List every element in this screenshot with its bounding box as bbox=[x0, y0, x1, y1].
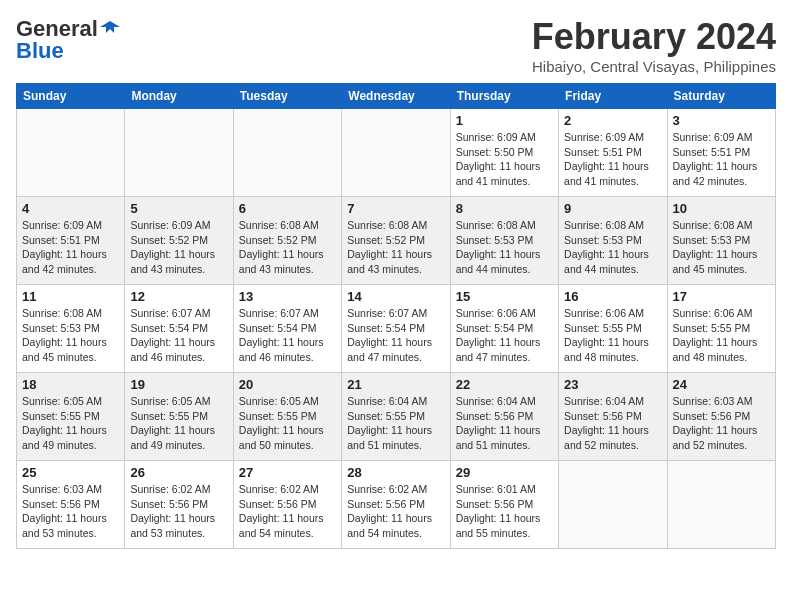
calendar-week-2: 4Sunrise: 6:09 AMSunset: 5:51 PMDaylight… bbox=[17, 197, 776, 285]
day-number: 3 bbox=[673, 113, 770, 128]
day-number: 28 bbox=[347, 465, 444, 480]
calendar-cell: 11Sunrise: 6:08 AMSunset: 5:53 PMDayligh… bbox=[17, 285, 125, 373]
day-number: 27 bbox=[239, 465, 336, 480]
day-number: 2 bbox=[564, 113, 661, 128]
day-number: 22 bbox=[456, 377, 553, 392]
day-number: 16 bbox=[564, 289, 661, 304]
calendar-cell: 13Sunrise: 6:07 AMSunset: 5:54 PMDayligh… bbox=[233, 285, 341, 373]
day-info: Sunrise: 6:09 AMSunset: 5:51 PMDaylight:… bbox=[22, 218, 119, 277]
day-info: Sunrise: 6:06 AMSunset: 5:55 PMDaylight:… bbox=[564, 306, 661, 365]
day-number: 17 bbox=[673, 289, 770, 304]
calendar-cell: 17Sunrise: 6:06 AMSunset: 5:55 PMDayligh… bbox=[667, 285, 775, 373]
calendar-cell bbox=[125, 109, 233, 197]
day-number: 14 bbox=[347, 289, 444, 304]
day-info: Sunrise: 6:02 AMSunset: 5:56 PMDaylight:… bbox=[130, 482, 227, 541]
calendar-cell: 2Sunrise: 6:09 AMSunset: 5:51 PMDaylight… bbox=[559, 109, 667, 197]
calendar-cell: 3Sunrise: 6:09 AMSunset: 5:51 PMDaylight… bbox=[667, 109, 775, 197]
calendar-cell: 24Sunrise: 6:03 AMSunset: 5:56 PMDayligh… bbox=[667, 373, 775, 461]
day-number: 1 bbox=[456, 113, 553, 128]
day-number: 8 bbox=[456, 201, 553, 216]
calendar-header-row: SundayMondayTuesdayWednesdayThursdayFrid… bbox=[17, 84, 776, 109]
day-info: Sunrise: 6:09 AMSunset: 5:51 PMDaylight:… bbox=[564, 130, 661, 189]
day-info: Sunrise: 6:04 AMSunset: 5:55 PMDaylight:… bbox=[347, 394, 444, 453]
day-info: Sunrise: 6:04 AMSunset: 5:56 PMDaylight:… bbox=[564, 394, 661, 453]
day-number: 6 bbox=[239, 201, 336, 216]
calendar-table: SundayMondayTuesdayWednesdayThursdayFrid… bbox=[16, 83, 776, 549]
calendar-cell: 26Sunrise: 6:02 AMSunset: 5:56 PMDayligh… bbox=[125, 461, 233, 549]
day-number: 13 bbox=[239, 289, 336, 304]
svg-marker-0 bbox=[100, 21, 120, 33]
day-info: Sunrise: 6:07 AMSunset: 5:54 PMDaylight:… bbox=[130, 306, 227, 365]
calendar-header-wednesday: Wednesday bbox=[342, 84, 450, 109]
day-info: Sunrise: 6:08 AMSunset: 5:52 PMDaylight:… bbox=[239, 218, 336, 277]
calendar-cell: 4Sunrise: 6:09 AMSunset: 5:51 PMDaylight… bbox=[17, 197, 125, 285]
calendar-week-5: 25Sunrise: 6:03 AMSunset: 5:56 PMDayligh… bbox=[17, 461, 776, 549]
calendar-week-4: 18Sunrise: 6:05 AMSunset: 5:55 PMDayligh… bbox=[17, 373, 776, 461]
day-number: 26 bbox=[130, 465, 227, 480]
day-info: Sunrise: 6:08 AMSunset: 5:53 PMDaylight:… bbox=[673, 218, 770, 277]
calendar-cell: 27Sunrise: 6:02 AMSunset: 5:56 PMDayligh… bbox=[233, 461, 341, 549]
calendar-cell: 14Sunrise: 6:07 AMSunset: 5:54 PMDayligh… bbox=[342, 285, 450, 373]
day-info: Sunrise: 6:07 AMSunset: 5:54 PMDaylight:… bbox=[239, 306, 336, 365]
day-info: Sunrise: 6:08 AMSunset: 5:53 PMDaylight:… bbox=[22, 306, 119, 365]
day-info: Sunrise: 6:03 AMSunset: 5:56 PMDaylight:… bbox=[22, 482, 119, 541]
calendar-week-1: 1Sunrise: 6:09 AMSunset: 5:50 PMDaylight… bbox=[17, 109, 776, 197]
day-info: Sunrise: 6:05 AMSunset: 5:55 PMDaylight:… bbox=[130, 394, 227, 453]
day-number: 11 bbox=[22, 289, 119, 304]
calendar-cell: 19Sunrise: 6:05 AMSunset: 5:55 PMDayligh… bbox=[125, 373, 233, 461]
calendar-cell: 12Sunrise: 6:07 AMSunset: 5:54 PMDayligh… bbox=[125, 285, 233, 373]
calendar-week-3: 11Sunrise: 6:08 AMSunset: 5:53 PMDayligh… bbox=[17, 285, 776, 373]
day-info: Sunrise: 6:02 AMSunset: 5:56 PMDaylight:… bbox=[239, 482, 336, 541]
calendar-body: 1Sunrise: 6:09 AMSunset: 5:50 PMDaylight… bbox=[17, 109, 776, 549]
day-number: 19 bbox=[130, 377, 227, 392]
calendar-cell: 1Sunrise: 6:09 AMSunset: 5:50 PMDaylight… bbox=[450, 109, 558, 197]
calendar-cell bbox=[667, 461, 775, 549]
day-number: 5 bbox=[130, 201, 227, 216]
calendar-cell: 16Sunrise: 6:06 AMSunset: 5:55 PMDayligh… bbox=[559, 285, 667, 373]
calendar-cell: 21Sunrise: 6:04 AMSunset: 5:55 PMDayligh… bbox=[342, 373, 450, 461]
day-number: 24 bbox=[673, 377, 770, 392]
calendar-cell bbox=[342, 109, 450, 197]
day-number: 15 bbox=[456, 289, 553, 304]
title-block: February 2024 Hibaiyo, Central Visayas, … bbox=[532, 16, 776, 75]
day-number: 4 bbox=[22, 201, 119, 216]
day-number: 10 bbox=[673, 201, 770, 216]
day-info: Sunrise: 6:06 AMSunset: 5:55 PMDaylight:… bbox=[673, 306, 770, 365]
day-info: Sunrise: 6:05 AMSunset: 5:55 PMDaylight:… bbox=[22, 394, 119, 453]
calendar-header-tuesday: Tuesday bbox=[233, 84, 341, 109]
day-info: Sunrise: 6:05 AMSunset: 5:55 PMDaylight:… bbox=[239, 394, 336, 453]
calendar-cell: 9Sunrise: 6:08 AMSunset: 5:53 PMDaylight… bbox=[559, 197, 667, 285]
calendar-header-saturday: Saturday bbox=[667, 84, 775, 109]
location-title: Hibaiyo, Central Visayas, Philippines bbox=[532, 58, 776, 75]
day-info: Sunrise: 6:01 AMSunset: 5:56 PMDaylight:… bbox=[456, 482, 553, 541]
calendar-cell: 20Sunrise: 6:05 AMSunset: 5:55 PMDayligh… bbox=[233, 373, 341, 461]
logo-bird-icon bbox=[100, 19, 120, 39]
day-number: 9 bbox=[564, 201, 661, 216]
day-info: Sunrise: 6:03 AMSunset: 5:56 PMDaylight:… bbox=[673, 394, 770, 453]
day-number: 12 bbox=[130, 289, 227, 304]
day-number: 25 bbox=[22, 465, 119, 480]
calendar-cell: 8Sunrise: 6:08 AMSunset: 5:53 PMDaylight… bbox=[450, 197, 558, 285]
day-number: 18 bbox=[22, 377, 119, 392]
day-info: Sunrise: 6:09 AMSunset: 5:50 PMDaylight:… bbox=[456, 130, 553, 189]
day-info: Sunrise: 6:02 AMSunset: 5:56 PMDaylight:… bbox=[347, 482, 444, 541]
day-info: Sunrise: 6:07 AMSunset: 5:54 PMDaylight:… bbox=[347, 306, 444, 365]
calendar-cell: 10Sunrise: 6:08 AMSunset: 5:53 PMDayligh… bbox=[667, 197, 775, 285]
calendar-cell bbox=[17, 109, 125, 197]
calendar-cell: 28Sunrise: 6:02 AMSunset: 5:56 PMDayligh… bbox=[342, 461, 450, 549]
day-info: Sunrise: 6:06 AMSunset: 5:54 PMDaylight:… bbox=[456, 306, 553, 365]
calendar-cell: 29Sunrise: 6:01 AMSunset: 5:56 PMDayligh… bbox=[450, 461, 558, 549]
calendar-cell bbox=[559, 461, 667, 549]
calendar-header-thursday: Thursday bbox=[450, 84, 558, 109]
logo: General Blue bbox=[16, 16, 120, 64]
day-number: 7 bbox=[347, 201, 444, 216]
calendar-cell: 25Sunrise: 6:03 AMSunset: 5:56 PMDayligh… bbox=[17, 461, 125, 549]
logo-blue: Blue bbox=[16, 38, 64, 64]
calendar-cell: 18Sunrise: 6:05 AMSunset: 5:55 PMDayligh… bbox=[17, 373, 125, 461]
day-info: Sunrise: 6:09 AMSunset: 5:52 PMDaylight:… bbox=[130, 218, 227, 277]
calendar-header-friday: Friday bbox=[559, 84, 667, 109]
day-info: Sunrise: 6:04 AMSunset: 5:56 PMDaylight:… bbox=[456, 394, 553, 453]
day-info: Sunrise: 6:09 AMSunset: 5:51 PMDaylight:… bbox=[673, 130, 770, 189]
calendar-cell: 7Sunrise: 6:08 AMSunset: 5:52 PMDaylight… bbox=[342, 197, 450, 285]
day-info: Sunrise: 6:08 AMSunset: 5:52 PMDaylight:… bbox=[347, 218, 444, 277]
